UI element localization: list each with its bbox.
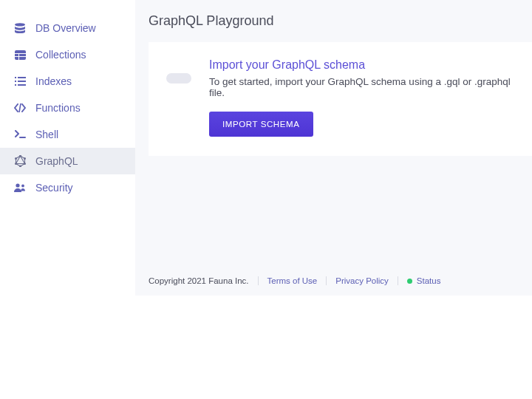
database-icon: [13, 22, 27, 34]
svg-rect-3: [15, 56, 26, 57]
privacy-link[interactable]: Privacy Policy: [335, 276, 389, 285]
svg-point-17: [24, 163, 26, 165]
card-description: To get started, import your GraphQL sche…: [209, 76, 514, 98]
sidebar-item-graphql[interactable]: GraphQL: [0, 148, 135, 174]
users-lock-icon: [13, 182, 27, 194]
divider: [398, 276, 398, 285]
svg-line-11: [19, 103, 21, 112]
svg-point-19: [15, 163, 17, 165]
list-icon: [13, 75, 27, 87]
copyright-text: Copyright 2021 Fauna Inc.: [149, 276, 249, 285]
sidebar-item-db-overview[interactable]: DB Overview: [0, 15, 135, 41]
sidebar-item-collections[interactable]: Collections: [0, 41, 135, 68]
svg-rect-4: [18, 53, 19, 60]
placeholder-icon: [166, 73, 191, 83]
table-icon: [13, 49, 27, 61]
sidebar-item-label: DB Overview: [35, 22, 96, 34]
sidebar-item-label: Functions: [35, 102, 81, 114]
sidebar-item-functions[interactable]: Functions: [0, 95, 135, 121]
svg-point-16: [24, 157, 26, 160]
svg-marker-14: [16, 156, 24, 164]
sidebar: DB Overview Collections Indexes Function…: [0, 0, 135, 296]
import-schema-card: Import your GraphQL schema To get starte…: [149, 42, 532, 156]
main-content: GraphQL Playground Import your GraphQL s…: [135, 0, 532, 296]
card-body: Import your GraphQL schema To get starte…: [209, 58, 514, 137]
sidebar-item-label: Collections: [35, 49, 86, 61]
code-icon: [13, 102, 27, 114]
sidebar-item-indexes[interactable]: Indexes: [0, 68, 135, 95]
terminal-icon: [13, 129, 27, 140]
app-root: DB Overview Collections Indexes Function…: [0, 0, 532, 296]
status-dot-icon: [407, 279, 412, 284]
divider: [326, 276, 327, 285]
svg-rect-2: [15, 53, 26, 54]
status-link[interactable]: Status: [407, 276, 441, 285]
sidebar-item-label: Shell: [35, 129, 58, 140]
svg-rect-5: [15, 77, 16, 78]
import-schema-button[interactable]: IMPORT SCHEMA: [209, 112, 313, 137]
svg-rect-10: [18, 84, 26, 86]
sidebar-item-label: Security: [35, 182, 73, 194]
card-title: Import your GraphQL schema: [209, 58, 514, 72]
sidebar-item-shell[interactable]: Shell: [0, 121, 135, 148]
sidebar-item-label: Indexes: [35, 75, 72, 87]
svg-rect-6: [18, 77, 26, 78]
graphql-icon: [13, 155, 27, 167]
svg-rect-8: [18, 81, 26, 82]
svg-point-21: [16, 183, 19, 187]
divider: [258, 276, 259, 285]
page-title: GraphQL Playground: [135, 13, 532, 42]
footer: Copyright 2021 Fauna Inc. Terms of Use P…: [135, 276, 532, 296]
svg-point-22: [21, 184, 24, 187]
svg-rect-1: [15, 50, 26, 60]
sidebar-item-label: GraphQL: [35, 155, 78, 167]
svg-rect-7: [15, 81, 16, 82]
terms-link[interactable]: Terms of Use: [267, 276, 318, 285]
status-label: Status: [417, 276, 441, 285]
svg-point-20: [15, 157, 17, 160]
svg-point-0: [15, 23, 25, 26]
sidebar-item-security[interactable]: Security: [0, 174, 135, 201]
svg-rect-9: [15, 84, 16, 86]
